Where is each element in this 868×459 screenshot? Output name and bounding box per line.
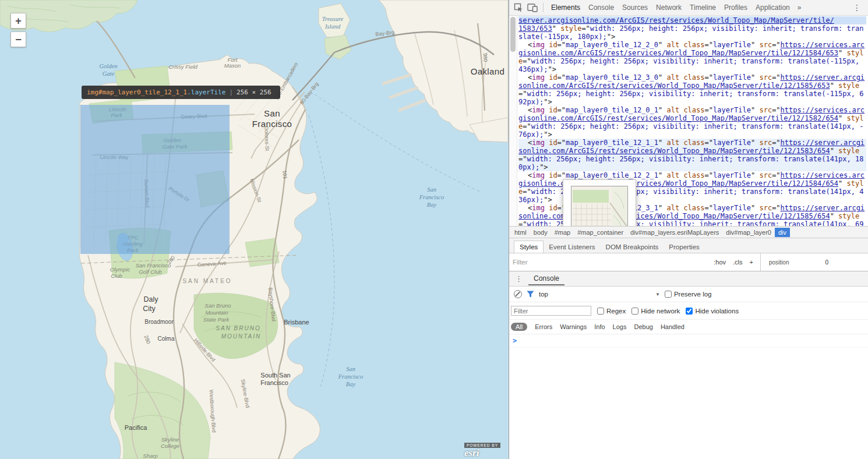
console-filter-input[interactable]	[511, 306, 591, 316]
execution-context-select[interactable]: top	[539, 291, 548, 298]
toolbar-divider	[543, 3, 544, 12]
code-token: class	[683, 171, 704, 179]
code-token: "	[838, 179, 846, 188]
devtools-tab-profiles[interactable]: Profiles	[720, 1, 751, 15]
map-label-city: City	[143, 305, 156, 313]
sidebar-tab-dom-breakpoints[interactable]: DOM Breakpoints	[601, 241, 664, 253]
code-token: img	[532, 41, 545, 49]
inspect-element-icon[interactable]	[511, 1, 525, 14]
console-filter-icon[interactable]	[527, 291, 534, 298]
console-level-filters: AllErrorsWarningsInfoLogsDebugHandled	[509, 320, 868, 334]
dom-node[interactable]: 1583/653" style="width: 256px; height: 2…	[518, 24, 866, 41]
code-token: width: 256px; height: 256px; visibility:…	[518, 122, 863, 139]
code-token: width: 256px; height: 256px; visibility:…	[518, 57, 863, 73]
console-filter-debug[interactable]: Debug	[634, 323, 652, 330]
console-prompt-chevron: >	[513, 337, 517, 345]
zoom-out-button[interactable]: −	[10, 31, 26, 47]
map-label-golf-club: Golf Club	[139, 269, 162, 275]
zoom-in-button[interactable]: +	[10, 13, 26, 29]
code-token: ="	[705, 73, 713, 82]
elements-scrollbar[interactable]	[509, 16, 517, 226]
inspect-tooltip-text: img#map_layer0_tile_12_1_1.layerTile	[87, 89, 225, 96]
dom-node[interactable]: <img id="map_layer0_tile_12_0_1" alt cla…	[518, 106, 866, 139]
map-label-francisco: Francisco	[338, 373, 364, 380]
map-view[interactable]: GoldenGateTreasureIslandSanFranciscoBayS…	[0, 0, 509, 459]
toggle-element-state-button[interactable]: :hov	[710, 257, 729, 267]
console-filter-all[interactable]: All	[511, 323, 527, 331]
map-label-college: College	[161, 443, 179, 449]
dom-node[interactable]: <img id="map_layer0_tile_12_1_1" alt cla…	[518, 139, 866, 171]
breadcrumb-item-body[interactable]: body	[530, 228, 551, 237]
console-filter-errors[interactable]: Errors	[535, 323, 552, 330]
preserve-log-checkbox[interactable]	[665, 291, 672, 298]
hide-network-checkbox[interactable]	[631, 308, 638, 315]
code-token: src	[759, 106, 772, 114]
map-label-mountain: MOUNTAIN	[221, 333, 262, 340]
code-token: "	[751, 73, 759, 82]
context-dropdown-caret[interactable]: ▼	[655, 292, 660, 297]
map-label-101: 101	[281, 170, 288, 179]
devtools-tab-application[interactable]: Application	[751, 1, 794, 15]
sidebar-tab-event-listeners[interactable]: Event Listeners	[544, 241, 600, 253]
resource-link[interactable]: server.arcgisonline.com/ArcGIS/rest/serv…	[518, 16, 834, 24]
devtools-tab-timeline[interactable]: Timeline	[686, 1, 720, 15]
devtools-tab-elements[interactable]: Elements	[547, 1, 584, 15]
image-preview-thumbnail	[571, 186, 628, 226]
new-style-rule-button[interactable]: +	[746, 257, 757, 267]
sidebar-tab-properties[interactable]: Properties	[664, 241, 704, 253]
device-toolbar-icon[interactable]	[525, 1, 539, 14]
breadcrumb-item--map-container[interactable]: #map_container	[574, 228, 627, 237]
drawer-menu-icon[interactable]: ⋮	[509, 274, 528, 283]
devtools-tabs: ElementsConsoleSourcesNetworkTimelinePro…	[547, 1, 794, 15]
breadcrumb-item-div-map-layer0[interactable]: div#map_layer0	[722, 228, 775, 237]
sidebar-tab-styles[interactable]: Styles	[514, 241, 544, 253]
breadcrumb-item-div-map-layers-esrimaplayers[interactable]: div#map_layers.esriMapLayers	[627, 228, 722, 237]
console-prompt[interactable]: >	[509, 334, 868, 348]
element-classes-button[interactable]: .cls	[729, 257, 746, 267]
inspect-tooltip-selector: img#map_layer0_tile_12_1_1	[87, 89, 187, 96]
breadcrumb-item-html[interactable]: html	[511, 228, 530, 237]
breadcrumb-item-div[interactable]: div	[775, 228, 790, 237]
map-label-gate: Gate	[103, 70, 115, 77]
drawer-tab-console[interactable]: Console	[528, 272, 564, 285]
breadcrumb-item--map[interactable]: #map	[551, 228, 574, 237]
dom-node[interactable]: <img id="map_layer0_tile_12_2_0" alt cla…	[518, 41, 866, 73]
code-token: id	[549, 171, 557, 179]
code-token: "	[830, 147, 838, 155]
scrollbar-thumb[interactable]	[510, 17, 516, 52]
code-token: map_layer0_tile_12_1_1	[566, 139, 658, 147]
dom-node[interactable]: server.arcgisonline.com/ArcGIS/rest/serv…	[518, 16, 866, 24]
console-filter-warnings[interactable]: Warnings	[560, 323, 587, 330]
code-token: "	[751, 139, 759, 147]
code-token: class	[683, 41, 704, 49]
devtools-tab-sources[interactable]: Sources	[618, 1, 652, 15]
code-token: map_layer0_tile_12_3_0	[566, 73, 658, 82]
map-label-oakland: Oakland	[471, 66, 505, 76]
map-label-south-san: South San	[260, 372, 290, 379]
code-token: layerTile	[713, 139, 751, 147]
regex-option: Regex	[597, 308, 626, 315]
clear-console-icon[interactable]	[514, 290, 522, 298]
resource-link[interactable]: 1583/653	[518, 24, 552, 33]
code-token: src	[759, 41, 772, 49]
inspect-tooltip-class: .layerTile	[187, 89, 225, 96]
code-token: id	[549, 73, 557, 82]
code-token: ="	[705, 41, 713, 49]
console-filter-handled[interactable]: Handled	[661, 323, 684, 330]
dom-node[interactable]: <img id="map_layer0_tile_12_3_0" alt cla…	[518, 73, 866, 106]
map-label-francisco: Francisco	[260, 379, 288, 386]
devtools-tab-console[interactable]: Console	[584, 1, 618, 15]
styles-filter-input[interactable]: Filter	[513, 259, 710, 266]
code-token: id	[549, 106, 557, 114]
regex-checkbox[interactable]	[597, 308, 604, 315]
code-token: img	[532, 106, 545, 114]
console-filter-logs[interactable]: Logs	[613, 323, 627, 330]
hide-violations-checkbox[interactable]	[686, 308, 693, 315]
more-tabs-icon[interactable]: »	[794, 3, 805, 12]
devtools-tab-network[interactable]: Network	[652, 1, 686, 15]
console-filter-info[interactable]: Info	[594, 323, 605, 330]
code-token: src	[759, 204, 772, 212]
code-token: map_layer0_tile_12_2_1	[566, 171, 658, 179]
devtools-menu-icon[interactable]: ⋮	[848, 3, 866, 12]
code-token: src	[759, 73, 772, 82]
